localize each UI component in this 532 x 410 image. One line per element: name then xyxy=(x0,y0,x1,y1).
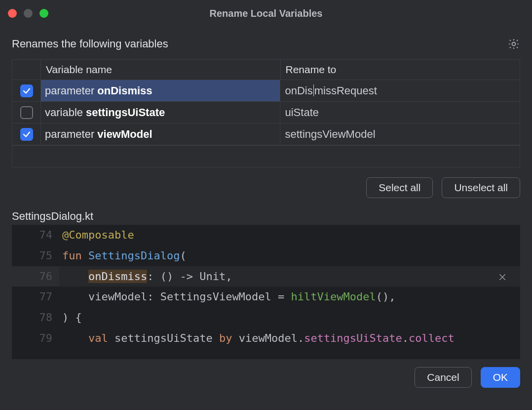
tok-plain: (), xyxy=(376,290,396,303)
col-header-check xyxy=(12,60,41,80)
rename-cell[interactable]: settingsViewModel xyxy=(280,123,520,145)
rename-input[interactable]: onDismissRequest xyxy=(285,84,515,97)
code-line: 75 fun SettingsDialog( xyxy=(12,246,520,266)
line-number: 77 xyxy=(12,287,59,307)
line-number: 79 xyxy=(12,328,59,349)
tok-highlight: onDismiss xyxy=(88,270,147,283)
tok-plain: : () -> Unit, xyxy=(147,270,232,283)
tok-annotation: @Composable xyxy=(62,229,134,241)
table-row[interactable]: variable settingsUiState uiState xyxy=(12,102,520,123)
unselect-all-button[interactable]: Unselect all xyxy=(442,177,520,198)
gear-icon[interactable] xyxy=(507,38,520,50)
row-ident: onDismiss xyxy=(97,84,152,97)
tok-plain: settingsUiState xyxy=(114,332,213,344)
close-window-icon[interactable] xyxy=(8,9,17,18)
cancel-button[interactable]: Cancel xyxy=(415,367,471,388)
row-kind: parameter xyxy=(45,128,94,141)
tok-property: settingsUiState xyxy=(304,332,402,344)
tok-function: SettingsDialog xyxy=(88,249,180,262)
rename-text-pre: onDis xyxy=(285,84,313,97)
row-checkbox[interactable] xyxy=(20,128,33,141)
tok-plain: ) { xyxy=(62,311,82,324)
line-number: 75 xyxy=(12,246,59,266)
row-kind: variable xyxy=(45,106,83,119)
svg-point-0 xyxy=(512,42,516,46)
code-line: 76 onDismiss: () -> Unit, xyxy=(12,266,520,287)
line-number: 76 xyxy=(12,266,59,287)
code-line: 74 @Composable xyxy=(12,225,520,246)
code-line: 79 val settingsUiState by viewModel.sett… xyxy=(12,328,520,349)
tok-plain: . xyxy=(402,332,409,344)
rename-cell[interactable]: uiState xyxy=(280,102,520,123)
row-checkbox[interactable] xyxy=(20,106,33,119)
table-row[interactable]: parameter onDismiss onDismissRequest xyxy=(12,80,520,102)
code-line: 78 ) { xyxy=(12,307,520,328)
tok-call: collect xyxy=(409,332,455,344)
tok-keyword: val xyxy=(88,332,108,344)
dialog-content: Renames the following variables Variable… xyxy=(0,27,532,410)
code-preview[interactable]: 74 @Composable 75 fun SettingsDialog( 76… xyxy=(12,225,520,359)
close-icon[interactable] xyxy=(495,270,509,284)
text-caret-icon xyxy=(313,84,314,96)
minimize-window-icon[interactable] xyxy=(24,9,33,18)
code-line: 77 viewModel: SettingsViewModel = hiltVi… xyxy=(12,287,520,307)
row-ident: viewModel xyxy=(97,128,152,141)
rename-text-post: missRequest xyxy=(314,84,377,97)
dialog-heading: Renames the following variables xyxy=(12,38,168,50)
ok-button[interactable]: OK xyxy=(481,367,520,388)
col-header-rename[interactable]: Rename to xyxy=(281,60,520,80)
table-row[interactable]: parameter viewModel settingsViewModel xyxy=(12,123,520,145)
row-checkbox[interactable] xyxy=(20,84,33,97)
tok-plain: . xyxy=(298,332,304,344)
zoom-window-icon[interactable] xyxy=(39,9,48,18)
tok-plain: viewModel: SettingsViewModel = xyxy=(88,290,291,303)
line-number: 74 xyxy=(12,225,59,246)
select-all-button[interactable]: Select all xyxy=(366,177,433,198)
col-header-name[interactable]: Variable name xyxy=(41,60,281,80)
row-kind: parameter xyxy=(45,84,94,97)
window-title: Rename Local Variables xyxy=(0,8,532,19)
window-controls xyxy=(8,9,48,18)
table-header: Variable name Rename to xyxy=(12,60,520,80)
dialog-window: Rename Local Variables Renames the follo… xyxy=(0,0,532,410)
tok-keyword: fun xyxy=(62,249,82,262)
rename-table: Variable name Rename to parameter onDism… xyxy=(12,59,520,167)
row-ident: settingsUiState xyxy=(86,106,165,119)
line-number: 78 xyxy=(12,307,59,328)
file-name-label: SettingsDialog.kt xyxy=(12,210,520,223)
table-empty-row xyxy=(12,145,520,167)
tok-keyword: by xyxy=(219,332,232,344)
titlebar: Rename Local Variables xyxy=(0,0,532,27)
tok-call: hiltViewModel xyxy=(291,290,376,303)
tok-plain: viewModel xyxy=(239,332,298,344)
